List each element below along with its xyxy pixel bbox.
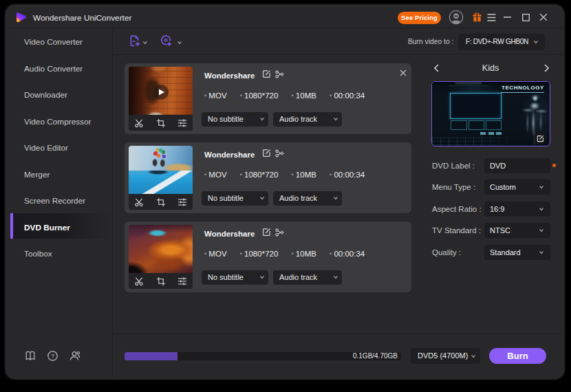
svg-text:?: ? [51,352,54,360]
